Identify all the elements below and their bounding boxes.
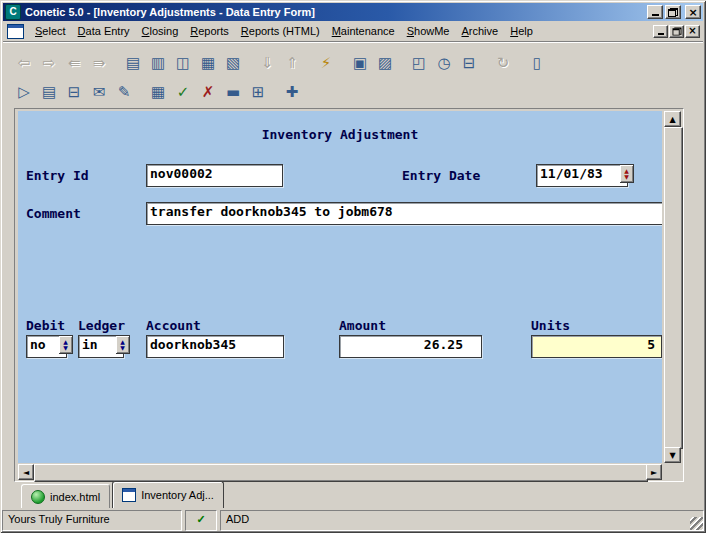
status-check-indicator: ✓ [185,510,217,531]
record-next-icon: ⇛ [87,52,111,74]
form-recall-icon[interactable]: ▥ [146,52,170,74]
titlebar: C Conetic 5.0 - [Inventory Adjustments -… [3,3,703,21]
debit-spinner[interactable]: ▲ ▼ [59,335,73,354]
entry-date-field[interactable]: 11/01/83 [536,164,628,187]
form-window-icon[interactable]: ▦ [196,52,220,74]
tab-inventory-adj[interactable]: Inventory Adj... [112,481,224,508]
mdi-close-button[interactable]: × [685,25,700,38]
menubar: SelectData EntryClosingReportsReports (H… [3,21,703,42]
form-duplicate-icon[interactable]: ◫ [171,52,195,74]
app-icon[interactable]: C [5,4,21,20]
new-window-icon[interactable]: ✚ [280,81,304,103]
tab-label: index.html [50,491,100,503]
scroll-left-icon[interactable]: ◄ [18,464,34,480]
page-up-icon: ⇑ [280,52,304,74]
mdi-restore-button[interactable] [669,25,684,38]
execute-query-icon[interactable]: ⚡ [314,52,338,74]
mdi-client-area: Inventory Adjustment Entry Id nov00002 E… [14,108,684,482]
report-print-icon[interactable]: ⊟ [62,81,86,103]
horizontal-scrollbar[interactable]: ◄ ► [18,464,662,480]
status-company: Yours Truly Furniture [2,510,182,531]
horizontal-scrollbar-thumb[interactable] [34,464,648,482]
units-label: Units [531,318,570,333]
print-icon[interactable]: ⊟ [457,52,481,74]
entry-date-label: Entry Date [402,168,480,183]
tab-index-html[interactable]: index.html [21,484,110,508]
mdi-document-icon[interactable] [7,24,24,39]
record-prev-icon: ⇚ [62,52,86,74]
menu-item-closing[interactable]: Closing [136,22,185,40]
page-down-icon: ⇓ [255,52,279,74]
window-title: Conetic 5.0 - [Inventory Adjustments - D… [25,6,645,18]
grid-accept-icon[interactable]: ✓ [171,81,195,103]
toolbar-separator [112,52,121,74]
menu-item-archive[interactable]: Archive [455,22,504,40]
menu-item-select[interactable]: Select [29,22,72,40]
toolbar-separator [137,81,146,103]
resize-grip[interactable] [690,517,703,530]
browser-icon [31,490,45,504]
entry-id-field[interactable]: nov00002 [146,164,283,187]
toolbar-separator [339,52,348,74]
tabbar: index.htmlInventory Adj... [3,481,703,508]
scroll-up-icon[interactable]: ▲ [664,111,681,127]
amount-field[interactable]: 26.25 [339,335,482,358]
tab-label: Inventory Adj... [141,489,214,501]
form-clear-icon[interactable]: ▤ [121,52,145,74]
spin-down-icon: ▼ [63,345,68,351]
menu-item-reports-html[interactable]: Reports (HTML) [235,22,326,40]
exit-icon[interactable]: ▯ [525,52,549,74]
window-close-button[interactable]: × [685,5,701,19]
report-edit-icon[interactable]: ✎ [112,81,136,103]
copy-icon[interactable]: ▣ [348,52,372,74]
report-run-icon[interactable]: ▷ [12,81,36,103]
menu-item-reports[interactable]: Reports [184,22,235,40]
toolbar-separator [271,81,280,103]
paste-icon[interactable]: ▨ [373,52,397,74]
ledger-spinner[interactable]: ▲ ▼ [116,335,130,354]
menu-item-help[interactable]: Help [504,22,539,40]
status-mode: ADD [220,510,704,531]
scroll-down-icon[interactable]: ▼ [664,447,681,463]
debit-label: Debit [26,318,65,333]
spin-down-icon: ▼ [120,345,125,351]
report-mail-icon[interactable]: ✉ [87,81,111,103]
toolbar-separator [305,52,314,74]
toolbar-separator [398,52,407,74]
scrollbar-corner [664,464,681,480]
clock-icon[interactable]: ◷ [432,52,456,74]
window-restore-button[interactable] [665,5,681,19]
close-icon: × [688,7,697,18]
vertical-scrollbar-thumb[interactable] [664,127,683,449]
toolbar-separator [246,52,255,74]
calculator-icon[interactable]: ⊞ [246,81,270,103]
scroll-right-icon[interactable]: ► [646,464,662,480]
toolbar-separator [516,52,525,74]
delete-record-icon[interactable]: ▬ [221,81,245,103]
form-transfer-icon[interactable]: ▧ [221,52,245,74]
menu-item-data-entry[interactable]: Data Entry [72,22,136,40]
comment-field[interactable]: transfer doorknob345 to jobm678 [146,202,662,225]
menu-item-maintenance[interactable]: Maintenance [326,22,401,40]
window-list-icon[interactable]: ◰ [407,52,431,74]
record-last-icon: ⇨ [37,52,61,74]
menu-item-showme[interactable]: ShowMe [401,22,456,40]
account-field[interactable]: doorknob345 [146,335,284,358]
record-first-icon: ⇦ [12,52,36,74]
mdi-window-controls: × [652,25,703,38]
window-minimize-button[interactable] [647,5,663,19]
entry-id-label: Entry Id [26,168,89,183]
report-preview-icon[interactable]: ▤ [37,81,61,103]
units-field[interactable]: 5 [531,335,662,358]
toolbar-row-1: ⇦⇨⇚⇛▤▥◫▦▧⇓⇑⚡▣▨◰◷⊟↻▯ [12,51,550,75]
toolbar-separator [482,52,491,74]
mdi-minimize-button[interactable] [653,25,668,38]
grid-view-icon[interactable]: ▦ [146,81,170,103]
toolbar-panel: ⇦⇨⇚⇛▤▥◫▦▧⇓⇑⚡▣▨◰◷⊟↻▯ ▷▤⊟✉✎▦✓✗▬⊞✚ [3,42,703,109]
restore-icon [672,27,681,35]
grid-cancel-icon[interactable]: ✗ [196,81,220,103]
vertical-scrollbar[interactable]: ▲ ▼ [664,111,681,463]
statusbar: Yours Truly Furniture ✓ ADD [2,508,704,531]
entry-date-spinner[interactable]: ▲ ▼ [620,164,634,183]
close-icon: × [688,26,696,36]
